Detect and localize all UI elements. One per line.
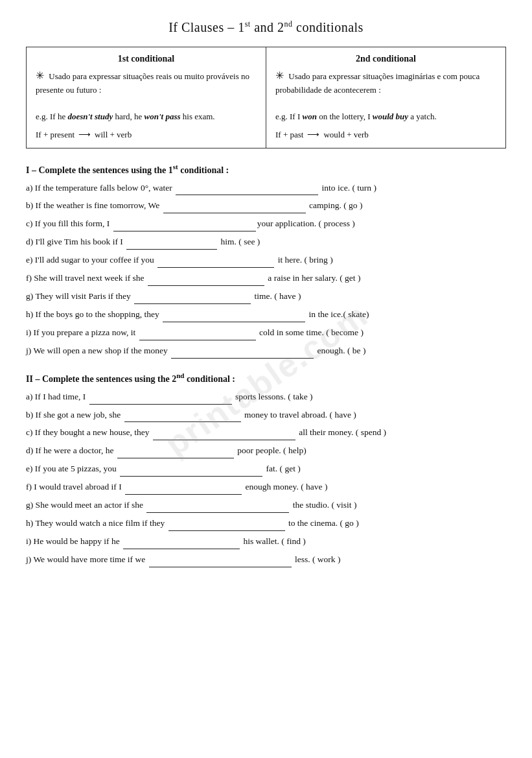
sentence-1f-after: a raise in her salary. ( get ) [266,273,360,283]
exercise-2: II – Complete the sentences using the 2n… [26,372,506,567]
blank-2g[interactable] [146,504,289,513]
sentence-1f-before: f) She will travel next week if she [26,273,146,283]
sentence-1i-after: cold in some time. ( become ) [257,327,364,337]
blank-1h[interactable] [163,313,305,322]
blank-2c[interactable] [153,431,295,440]
sentence-2a-before: a) If I had time, I [26,392,88,401]
blank-1c[interactable] [113,222,256,231]
blank-2f[interactable] [125,486,242,495]
sentence-2e-after: fat. ( get ) [264,464,301,473]
blank-1b[interactable] [163,204,306,213]
first-conditional-example: e.g. If he doesn't study hard, he won't … [36,112,215,121]
first-conditional-body: ✳ Usado para expressar situações reais o… [36,68,257,123]
sentence-1b-before: b) If the weather is fine tomorrow, We [26,200,162,210]
sentence-2d-before: d) If he were a doctor, he [26,445,116,455]
sentence-1g-before: g) They will visit Paris if they [26,291,133,301]
sentence-1i-before: i) If you prepare a pizza now, it [26,327,138,337]
sentence-2b-after: money to travel abroad. ( have ) [242,410,356,420]
blank-2d[interactable] [117,449,234,458]
sentence-2f-before: f) I would travel abroad if I [26,482,124,492]
sentence-1e: e) I'll add sugar to your coffee if you … [26,253,506,268]
second-conditional-formula: If + past ⟶ would + verb [275,130,496,140]
sentence-1c-after: your application. ( process ) [257,219,355,228]
second-conditional-title: 2nd conditional [275,54,496,64]
first-conditional-title: 1st conditional [36,54,257,64]
sentence-2i-after: his wallet. ( find ) [241,536,306,546]
sentence-1g: g) They will visit Paris if they time. (… [26,289,506,304]
sentence-1g-after: time. ( have ) [252,291,301,301]
arrow-icon: ⟶ [78,130,91,140]
second-conditional-body: ✳ Usado para expressar situações imaginá… [275,68,496,123]
sentence-2e: e) If you ate 5 pizzas, you fat. ( get ) [26,462,506,477]
sentence-2h: h) They would watch a nice film if they … [26,516,506,531]
sentence-2f-after: enough money. ( have ) [243,482,327,492]
sentence-2c-before: c) If they bought a new house, they [26,427,152,437]
sentence-2i: i) He would be happy if he his wallet. (… [26,534,506,549]
second-conditional-example: e.g. If I won on the lottery, I would bu… [275,112,437,121]
blank-1j[interactable] [171,349,314,359]
sentence-1j: j) We will open a new shop if the money … [26,344,506,359]
sentence-2b: b) If she got a new job, she money to tr… [26,408,506,423]
sentence-1a-after: into ice. ( turn ) [319,183,376,193]
blank-2i[interactable] [123,540,240,549]
sentence-1h-after: in the ice.( skate) [306,309,369,319]
sentence-2b-before: b) If she got a new job, she [26,410,123,420]
sentence-1c: c) If you fill this form, I your applica… [26,217,506,231]
sentence-1e-after: it here. ( bring ) [275,255,332,265]
asterisk-icon2: ✳ [275,70,284,81]
asterisk-icon: ✳ [36,70,44,81]
blank-2e[interactable] [120,468,262,477]
sentence-1a-before: a) If the temperature falls below 0°, wa… [26,183,174,193]
blank-1e[interactable] [157,259,274,268]
sentence-1f: f) She will travel next week if she a ra… [26,271,506,286]
sentence-2j: j) We would have more time if we less. (… [26,552,506,567]
section2-title: II – Complete the sentences using the 2n… [26,372,506,385]
sentence-2g-after: the studio. ( visit ) [290,500,356,510]
sentence-2f: f) I would travel abroad if I enough mon… [26,480,506,495]
blank-2h[interactable] [168,522,285,531]
sentence-1e-before: e) I'll add sugar to your coffee if you [26,255,156,265]
exercise-1: I – Complete the sentences using the 1st… [26,163,506,359]
first-conditional-box: 1st conditional ✳ Usado para expressar s… [27,47,266,148]
conditionals-table: 1st conditional ✳ Usado para expressar s… [26,47,506,148]
sentence-2i-before: i) He would be happy if he [26,536,122,546]
sentence-1h-before: h) If the boys go to the shopping, they [26,309,161,319]
sentence-2c-after: all their money. ( spend ) [297,427,386,437]
blank-1a[interactable] [176,186,318,195]
second-conditional-box: 2nd conditional ✳ Usado para expressar s… [266,47,505,148]
sentence-2h-before: h) They would watch a nice film if they [26,518,167,528]
first-conditional-formula: If + present ⟶ will + verb [36,130,257,140]
page-title: If Clauses – 1st and 2nd conditionals [26,19,506,35]
blank-2a[interactable] [89,396,232,405]
blank-2j[interactable] [149,558,292,567]
blank-1d[interactable] [126,241,217,250]
blank-1g[interactable] [134,295,251,304]
sentence-1d-after: him. ( see ) [218,237,260,246]
sentence-1c-before: c) If you fill this form, I [26,219,112,228]
section1-title: I – Complete the sentences using the 1st… [26,163,506,176]
sentence-2g-before: g) She would meet an actor if she [26,500,145,510]
sentence-1b: b) If the weather is fine tomorrow, We c… [26,198,506,213]
sentence-1b-after: camping. ( go ) [307,200,363,210]
sentence-1d-before: d) I'll give Tim his book if I [26,237,125,246]
sentence-2a-after: sports lessons. ( take ) [233,392,313,401]
arrow-icon2: ⟶ [307,130,319,140]
sentence-1h: h) If the boys go to the shopping, they … [26,307,506,322]
sentence-2a: a) If I had time, I sports lessons. ( ta… [26,390,506,405]
sentence-1a: a) If the temperature falls below 0°, wa… [26,181,506,196]
blank-1f[interactable] [148,277,264,286]
sentence-1j-before: j) We will open a new shop if the money [26,346,170,355]
sentence-2j-before: j) We would have more time if we [26,554,148,564]
blank-1i[interactable] [139,331,256,340]
sentence-2j-after: less. ( work ) [293,554,341,564]
sentence-2h-after: to the cinema. ( go ) [286,518,359,528]
blank-2b[interactable] [124,413,241,422]
sentence-1i: i) If you prepare a pizza now, it cold i… [26,326,506,340]
sentence-2g: g) She would meet an actor if she the st… [26,498,506,513]
sentence-2c: c) If they bought a new house, they all … [26,425,506,440]
sentence-2e-before: e) If you ate 5 pizzas, you [26,464,119,473]
sentence-2d-after: poor people. ( help) [235,445,306,455]
sentence-1j-after: enough. ( be ) [315,346,365,355]
sentence-2d: d) If he were a doctor, he poor people. … [26,444,506,458]
sentence-1d: d) I'll give Tim his book if I him. ( se… [26,235,506,250]
